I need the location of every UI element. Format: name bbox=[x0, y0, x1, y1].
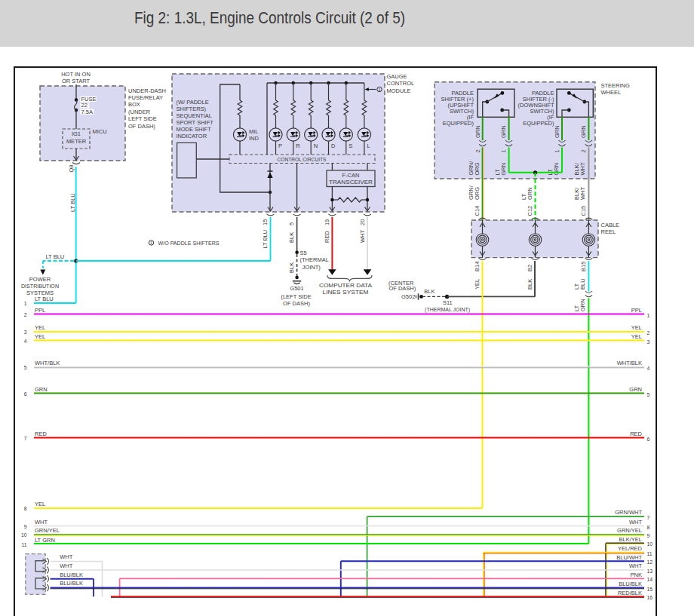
svg-text:F-CAN: F-CAN bbox=[342, 172, 360, 179]
svg-text:20: 20 bbox=[359, 219, 366, 225]
svg-text:WHT: WHT bbox=[629, 519, 642, 526]
svg-text:BLK: BLK bbox=[288, 262, 295, 273]
svg-text:MICU: MICU bbox=[93, 128, 107, 135]
svg-text:6: 6 bbox=[24, 391, 27, 397]
svg-text:BLK: BLK bbox=[288, 232, 295, 243]
svg-text:GRN: GRN bbox=[554, 125, 560, 138]
svg-text:WHT/BLK: WHT/BLK bbox=[35, 360, 60, 366]
svg-text:9: 9 bbox=[647, 533, 650, 538]
svg-text:METER: METER bbox=[66, 138, 87, 145]
svg-text:9: 9 bbox=[24, 524, 27, 529]
svg-text:2: 2 bbox=[647, 330, 650, 336]
svg-text:GRN/YEL: GRN/YEL bbox=[35, 527, 60, 534]
svg-text:YEL: YEL bbox=[631, 333, 642, 340]
svg-text:BLU/BLK: BLU/BLK bbox=[619, 581, 642, 587]
svg-text:WHT: WHT bbox=[60, 553, 72, 560]
svg-text:7.5A: 7.5A bbox=[81, 109, 93, 115]
svg-text:5: 5 bbox=[288, 222, 295, 225]
svg-text:1: 1 bbox=[500, 149, 507, 152]
svg-text:BLK: BLK bbox=[527, 279, 533, 290]
svg-text:COMPUTER DATA: COMPUTER DATA bbox=[319, 282, 372, 289]
svg-text:IND: IND bbox=[249, 135, 259, 142]
svg-text:N: N bbox=[314, 143, 318, 149]
svg-text:YEL: YEL bbox=[35, 333, 45, 340]
svg-text:POWER: POWER bbox=[29, 276, 51, 283]
svg-text:10: 10 bbox=[647, 541, 653, 547]
svg-text:4: 4 bbox=[647, 366, 650, 371]
svg-text:BLU/WHT: BLU/WHT bbox=[616, 554, 642, 561]
svg-text:S11: S11 bbox=[443, 299, 453, 306]
svg-text:LT BLU: LT BLU bbox=[262, 230, 269, 249]
svg-text:GRN: GRN bbox=[579, 299, 586, 311]
svg-text:3: 3 bbox=[647, 339, 650, 345]
svg-text:13: 13 bbox=[647, 568, 653, 574]
svg-text:C15: C15 bbox=[580, 206, 587, 216]
svg-text:GRN: GRN bbox=[580, 125, 587, 138]
svg-text:P: P bbox=[278, 143, 282, 149]
svg-text:MODE SHIFT: MODE SHIFT bbox=[177, 126, 212, 133]
svg-text:RED: RED bbox=[630, 431, 642, 437]
svg-text:YEL: YEL bbox=[35, 501, 45, 507]
svg-text:STEERING: STEERING bbox=[601, 82, 631, 89]
svg-text:GRN: GRN bbox=[35, 386, 48, 393]
svg-text:(THERMAL: (THERMAL bbox=[300, 256, 329, 263]
svg-text:TRANSCEIVER: TRANSCEIVER bbox=[329, 179, 373, 185]
svg-text:EQUIPPED): EQUIPPED) bbox=[523, 120, 554, 127]
svg-text:B15: B15 bbox=[580, 262, 587, 271]
svg-text:1: 1 bbox=[150, 241, 152, 245]
svg-text:LINES SYSTEM: LINES SYSTEM bbox=[323, 289, 369, 296]
svg-text:W/O PADDLE SHIFTERS: W/O PADDLE SHIFTERS bbox=[158, 240, 220, 247]
svg-text:D: D bbox=[331, 143, 336, 149]
svg-text:BOX: BOX bbox=[128, 101, 140, 108]
svg-text:G502: G502 bbox=[401, 293, 415, 300]
svg-text:1: 1 bbox=[24, 301, 27, 306]
svg-text:4: 4 bbox=[24, 339, 27, 344]
svg-text:BLK/YEL: BLK/YEL bbox=[619, 536, 642, 543]
svg-text:BLU/BLK: BLU/BLK bbox=[60, 580, 83, 587]
svg-text:WHT: WHT bbox=[579, 187, 586, 200]
svg-text:G501: G501 bbox=[290, 285, 303, 292]
svg-text:LT BLU: LT BLU bbox=[69, 193, 76, 212]
svg-text:WHT/BLK: WHT/BLK bbox=[617, 360, 642, 366]
svg-text:WHT: WHT bbox=[60, 562, 72, 569]
svg-text:JOINT): JOINT) bbox=[302, 264, 321, 271]
svg-text:GRN: GRN bbox=[474, 125, 481, 138]
svg-text:PPL: PPL bbox=[631, 307, 642, 314]
svg-text:2: 2 bbox=[474, 149, 481, 152]
svg-text:GRN: GRN bbox=[500, 163, 507, 176]
svg-text:Q8: Q8 bbox=[68, 164, 75, 172]
svg-text:MIL: MIL bbox=[249, 128, 259, 135]
svg-text:8: 8 bbox=[24, 506, 27, 511]
svg-text:EQUIPPED): EQUIPPED) bbox=[443, 120, 474, 127]
svg-text:S5: S5 bbox=[300, 250, 307, 256]
svg-text:14: 14 bbox=[647, 577, 653, 582]
svg-text:LT GRN: LT GRN bbox=[35, 537, 55, 544]
svg-text:11: 11 bbox=[647, 551, 653, 556]
svg-text:15: 15 bbox=[647, 587, 653, 592]
svg-text:LT BLU: LT BLU bbox=[46, 253, 65, 260]
svg-text:PPL: PPL bbox=[35, 307, 45, 314]
svg-text:(THERMAL JOINT): (THERMAL JOINT) bbox=[425, 306, 470, 313]
svg-text:LEFT SIDE: LEFT SIDE bbox=[128, 115, 157, 122]
svg-text:BLU/BLK: BLU/BLK bbox=[60, 572, 83, 578]
svg-text:11: 11 bbox=[21, 542, 26, 547]
svg-text:19: 19 bbox=[324, 219, 330, 225]
svg-text:2: 2 bbox=[24, 312, 27, 317]
svg-text:B2: B2 bbox=[527, 265, 533, 271]
svg-text:RED: RED bbox=[324, 231, 330, 243]
svg-text:RED: RED bbox=[35, 431, 47, 437]
svg-text:DISTRIBUTION: DISTRIBUTION bbox=[21, 283, 59, 290]
svg-text:GRN: GRN bbox=[527, 187, 533, 200]
svg-text:YEL: YEL bbox=[474, 279, 481, 290]
svg-text:15: 15 bbox=[262, 219, 269, 225]
svg-text:1: 1 bbox=[379, 87, 381, 92]
svg-text:WHT: WHT bbox=[579, 162, 586, 175]
svg-text:ORG: ORG bbox=[474, 187, 481, 200]
svg-text:(W/ PADDLE: (W/ PADDLE bbox=[177, 99, 209, 106]
svg-text:MODULE: MODULE bbox=[387, 87, 411, 94]
svg-text:SEQUENTIAL: SEQUENTIAL bbox=[177, 112, 213, 119]
svg-text:GAUGE: GAUGE bbox=[387, 73, 407, 80]
svg-text:UNDER-DASH: UNDER-DASH bbox=[128, 87, 166, 94]
svg-text:LT BLU: LT BLU bbox=[35, 296, 54, 302]
svg-text:HOT IN ON: HOT IN ON bbox=[61, 71, 91, 78]
